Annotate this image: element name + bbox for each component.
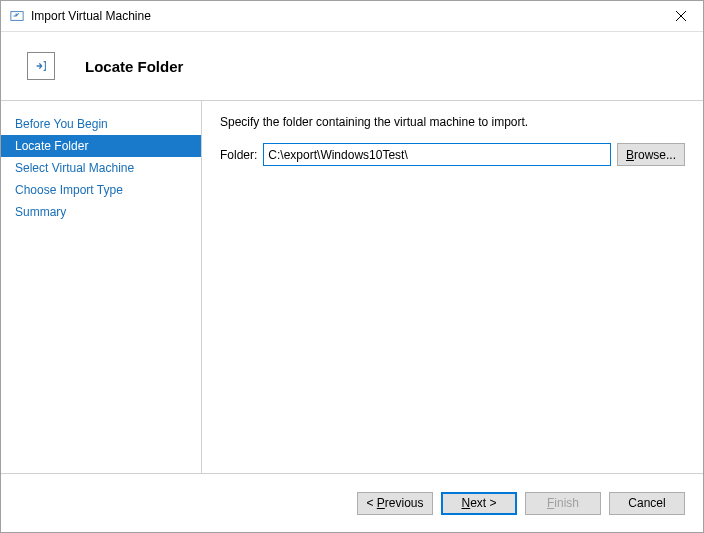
finish-button: Finish [525, 492, 601, 515]
page-title: Locate Folder [85, 58, 183, 75]
svg-rect-0 [11, 12, 23, 21]
step-select-virtual-machine[interactable]: Select Virtual Machine [1, 157, 201, 179]
close-button[interactable] [658, 1, 703, 31]
wizard-content: Specify the folder containing the virtua… [202, 101, 703, 473]
wizard-steps: Before You Begin Locate Folder Select Vi… [1, 101, 202, 473]
step-choose-import-type[interactable]: Choose Import Type [1, 179, 201, 201]
folder-input[interactable] [263, 143, 611, 166]
browse-button[interactable]: Browse... [617, 143, 685, 166]
import-icon [27, 52, 55, 80]
wizard-body: Before You Begin Locate Folder Select Vi… [1, 101, 703, 473]
instruction-text: Specify the folder containing the virtua… [220, 115, 685, 129]
titlebar: Import Virtual Machine [1, 1, 703, 32]
window-title: Import Virtual Machine [31, 9, 151, 23]
folder-label: Folder: [220, 148, 257, 162]
previous-button[interactable]: < Previous [357, 492, 433, 515]
next-button[interactable]: Next > [441, 492, 517, 515]
app-icon [9, 8, 25, 24]
step-before-you-begin[interactable]: Before You Begin [1, 113, 201, 135]
folder-row: Folder: Browse... [220, 143, 685, 166]
cancel-button[interactable]: Cancel [609, 492, 685, 515]
wizard-footer: < Previous Next > Finish Cancel [1, 473, 703, 532]
step-locate-folder[interactable]: Locate Folder [1, 135, 201, 157]
wizard-header: Locate Folder [1, 32, 703, 101]
step-summary[interactable]: Summary [1, 201, 201, 223]
